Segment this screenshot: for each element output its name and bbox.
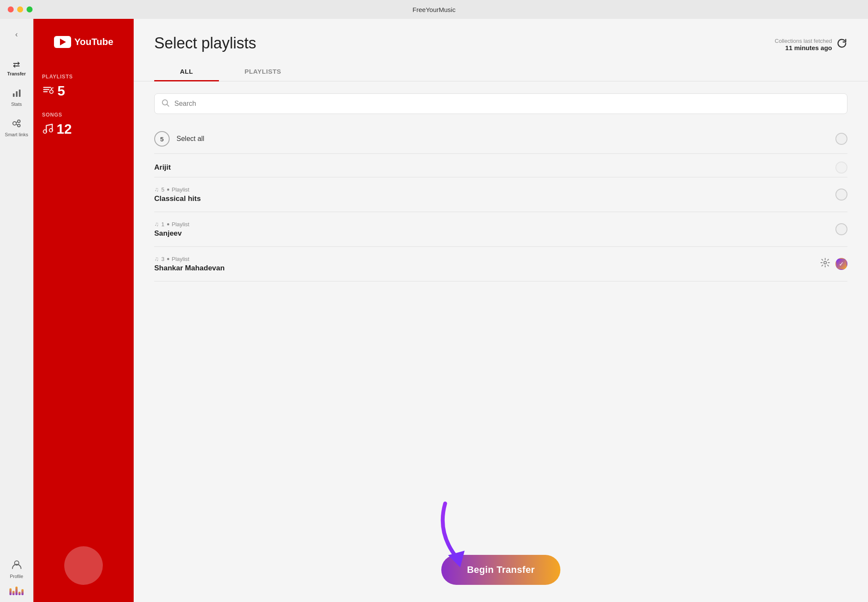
list-item[interactable]: ♫ 3 Playlist Shankar Mahadevan ✓: [154, 247, 847, 282]
select-all-row[interactable]: 5 Select all: [154, 124, 847, 154]
group-name-arijit: Arijit: [154, 163, 171, 172]
playlist-name-sanjeev: Sanjeev: [154, 229, 830, 238]
svg-point-4: [18, 120, 20, 123]
playlist-list: 5 Select all Arijit ♫ 5 Playlist: [134, 124, 868, 545]
svg-point-12: [162, 100, 168, 105]
profile-icon: [11, 559, 22, 572]
content-header: Select playlists Collections last fetche…: [134, 19, 868, 52]
svg-rect-1: [16, 91, 18, 97]
playlist-name-classical: Classical hits: [154, 195, 830, 203]
type-sanjeev: Playlist: [172, 221, 189, 228]
playlist-info-classical: ♫ 5 Playlist Classical hits: [154, 186, 830, 203]
fetch-time: 11 minutes ago: [775, 44, 832, 51]
radio-sanjeev[interactable]: [835, 223, 847, 235]
bottom-area: Begin Transfer: [134, 545, 868, 602]
playlist-info-sanjeev: ♫ 1 Playlist Sanjeev: [154, 221, 830, 238]
app-title: FreeYourMusic: [413, 6, 455, 13]
sidebar-item-stats[interactable]: Stats: [0, 84, 33, 111]
song-count-sanjeev: 1: [162, 221, 165, 228]
songs-stat: SONGS 12: [42, 112, 125, 137]
maximize-button[interactable]: [27, 6, 33, 12]
fym-logo: [9, 587, 24, 595]
main-content: Select playlists Collections last fetche…: [134, 19, 868, 602]
close-button[interactable]: [8, 6, 14, 12]
dot-shankar: [167, 258, 169, 260]
playlist-meta-shankar: ♫ 3 Playlist: [154, 255, 815, 262]
radio-shankar[interactable]: ✓: [835, 258, 847, 270]
sidebar-nav: ‹ ⇄ Transfer Stats: [0, 19, 33, 602]
profile-label: Profile: [10, 574, 23, 579]
search-box: [154, 93, 847, 114]
tabs-container: ALL PLAYLISTS: [134, 52, 868, 81]
group-radio-arijit[interactable]: [835, 162, 847, 174]
svg-point-9: [50, 90, 53, 93]
search-icon: [162, 99, 169, 108]
playlist-actions-shankar: ✓: [820, 258, 847, 270]
playlists-count: 5: [57, 83, 65, 99]
settings-icon-shankar[interactable]: [820, 258, 830, 270]
playlist-meta-sanjeev: ♫ 1 Playlist: [154, 221, 830, 228]
back-button[interactable]: ‹: [8, 26, 25, 43]
refresh-icon[interactable]: [836, 38, 847, 51]
source-panel: YouTube PLAYLISTS 5 SONGS: [33, 19, 134, 602]
playlists-stat: PLAYLISTS 5: [42, 74, 125, 99]
type-shankar: Playlist: [172, 256, 189, 262]
page-title: Select playlists: [154, 34, 256, 52]
songs-stat-label: SONGS: [42, 112, 125, 118]
song-count-classical: 5: [162, 186, 165, 193]
tab-all[interactable]: ALL: [154, 63, 219, 81]
svg-line-7: [16, 124, 18, 125]
smart-links-label: Smart links: [5, 132, 28, 137]
type-classical: Playlist: [172, 186, 189, 193]
playlist-info-shankar: ♫ 3 Playlist Shankar Mahadevan: [154, 255, 815, 273]
songs-count: 12: [57, 121, 72, 137]
select-all-label: Select all: [177, 135, 829, 143]
song-count-shankar: 3: [162, 256, 165, 262]
tab-playlists[interactable]: PLAYLISTS: [219, 63, 307, 81]
search-container: [134, 81, 868, 114]
smart-links-icon: [12, 119, 21, 130]
songs-stat-value: 12: [42, 121, 125, 137]
svg-line-6: [16, 122, 18, 123]
youtube-logo: YouTube: [54, 36, 114, 48]
transfer-label: Transfer: [7, 71, 26, 76]
sidebar-item-smart-links[interactable]: Smart links: [0, 114, 33, 141]
group-header-arijit: Arijit: [154, 154, 847, 177]
playlist-music-icon: [42, 84, 54, 99]
search-input[interactable]: [174, 100, 840, 108]
radio-classical[interactable]: [835, 189, 847, 201]
transfer-icon: ⇄: [13, 59, 20, 69]
svg-rect-2: [19, 90, 21, 97]
playlist-name-shankar: Shankar Mahadevan: [154, 264, 815, 273]
youtube-icon: [54, 36, 71, 48]
dot-classical: [167, 189, 169, 191]
playlists-stat-label: PLAYLISTS: [42, 74, 125, 80]
traffic-lights: [8, 6, 33, 12]
sidebar-item-transfer[interactable]: ⇄ Transfer: [0, 55, 33, 81]
svg-line-13: [167, 105, 169, 106]
music-icon-shankar: ♫: [154, 255, 159, 262]
svg-point-3: [13, 122, 16, 125]
playlist-meta-classical: ♫ 5 Playlist: [154, 186, 830, 193]
nav-bottom: Profile: [0, 554, 33, 595]
minimize-button[interactable]: [17, 6, 23, 12]
stats-label: Stats: [11, 102, 22, 107]
avatar: [64, 546, 103, 585]
fetch-label: Collections last fetched: [775, 38, 832, 44]
select-all-count: 5: [154, 131, 170, 147]
youtube-text: YouTube: [75, 36, 114, 48]
list-item[interactable]: ♫ 1 Playlist Sanjeev: [154, 212, 847, 247]
select-all-radio[interactable]: [835, 133, 847, 145]
svg-point-5: [18, 124, 20, 127]
sidebar-item-profile[interactable]: Profile: [0, 554, 33, 583]
music-icon-classical: ♫: [154, 186, 159, 193]
music-note-icon: [42, 122, 53, 137]
dot-sanjeev: [167, 223, 169, 225]
list-item[interactable]: ♫ 5 Playlist Classical hits: [154, 177, 847, 212]
music-icon-sanjeev: ♫: [154, 221, 159, 228]
begin-transfer-button[interactable]: Begin Transfer: [441, 555, 560, 585]
svg-rect-0: [13, 93, 15, 97]
app-container: ‹ ⇄ Transfer Stats: [0, 19, 868, 602]
titlebar: FreeYourMusic: [0, 0, 868, 19]
svg-point-14: [824, 261, 826, 264]
